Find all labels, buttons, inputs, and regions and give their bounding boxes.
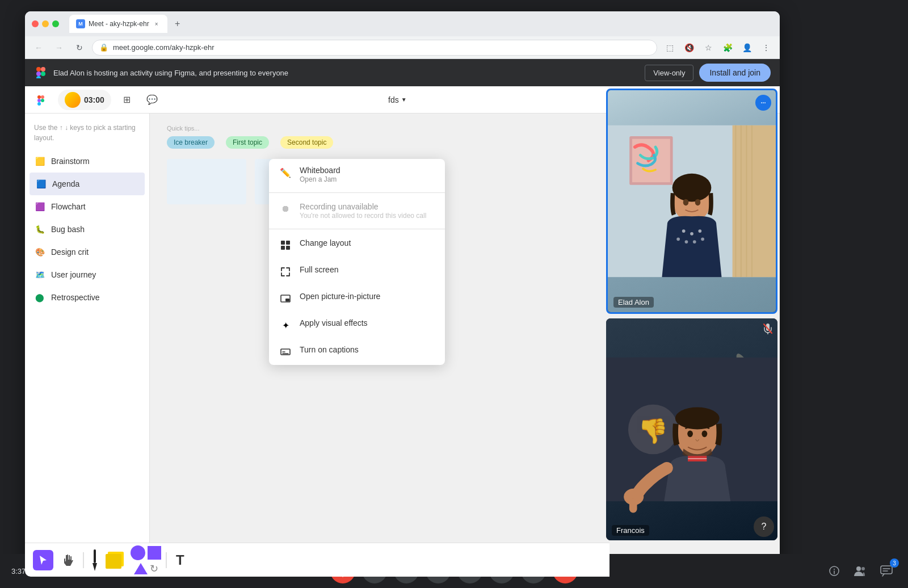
svg-point-39 (701, 237, 704, 241)
notification-bar: Elad Alon is hosting an activity using F… (25, 59, 780, 86)
triangle-shape (134, 563, 148, 574)
chat-button[interactable]: 3 (876, 561, 897, 581)
comments-button[interactable]: 💬 (143, 91, 161, 109)
userjourney-icon: 🗺️ (34, 269, 45, 280)
sidebar-item-bugbash[interactable]: 🐛 Bug bash (25, 218, 149, 241)
sidebar-label: Retrospective (51, 293, 100, 302)
new-tab-button[interactable]: + (170, 16, 186, 32)
pen-tool[interactable] (89, 549, 101, 571)
menu-title: Full screen (300, 265, 338, 274)
figma-bottom-toolbar: ↻ T (25, 543, 609, 577)
circle-shape (131, 545, 145, 560)
chevron-down-icon: ▼ (401, 96, 407, 103)
active-tab[interactable]: M Meet - aky-hzpk-ehr × (69, 15, 167, 33)
svg-rect-5 (37, 95, 41, 99)
sidebar-hint: Use the ↑ ↓ keys to pick a starting layo… (25, 123, 149, 150)
cursor-tool[interactable] (33, 550, 53, 570)
menu-item-change-layout[interactable]: Change layout (269, 232, 445, 258)
card-placeholder (167, 159, 246, 204)
sidebar-item-designcrit[interactable]: 🎨 Design crit (25, 241, 149, 263)
menu-title: Change layout (300, 238, 351, 247)
menu-text-layout: Change layout (300, 238, 351, 247)
bugbash-icon: 🐛 (34, 224, 45, 235)
svg-rect-11 (286, 241, 290, 245)
topic-labels: Ice breaker First topic Second topic (167, 136, 333, 149)
video-panel: ··· Elad Alon 👎 (604, 86, 780, 543)
forward-button[interactable]: → (51, 40, 67, 56)
hand-tool[interactable] (58, 550, 78, 570)
sidebar-item-flowchart[interactable]: 🟪 Flowchart (25, 195, 149, 218)
menu-title: Turn on captions (300, 345, 359, 354)
timer-button[interactable]: 03:00 (58, 90, 111, 110)
menu-icon[interactable]: ⋮ (758, 40, 774, 56)
tab-close-button[interactable]: × (153, 20, 161, 28)
mute-icon[interactable]: 🔇 (681, 40, 697, 56)
svg-rect-51 (688, 460, 707, 461)
fullscreen-button[interactable] (52, 20, 59, 27)
menu-text-effects: Apply visual effects (300, 318, 368, 327)
svg-rect-19 (94, 549, 96, 563)
sidebar-item-agenda[interactable]: 🟦 Agenda (30, 173, 145, 195)
install-join-button[interactable]: Install and join (699, 64, 771, 82)
figma-icon (34, 66, 48, 79)
sidebar-item-retrospective[interactable]: ⬤ Retrospective (25, 286, 149, 309)
svg-marker-20 (93, 563, 97, 571)
bookmark-icon[interactable]: ☆ (700, 40, 716, 56)
sidebar-item-brainstorm[interactable]: 🟨 Brainstorm (25, 150, 149, 173)
layout-button[interactable]: ⊞ (118, 91, 136, 109)
participant-name-francois: Francois (612, 525, 649, 536)
shapes-tool[interactable]: ↻ (131, 545, 161, 575)
address-bar[interactable]: 🔒 meet.google.com/aky-hzpk-ehr (92, 40, 657, 56)
people-button[interactable] (850, 561, 871, 581)
profiles-icon[interactable]: 👤 (739, 40, 755, 56)
svg-rect-2 (36, 72, 41, 76)
figma-logo-button[interactable] (33, 91, 51, 109)
help-button[interactable]: ? (754, 516, 774, 537)
svg-rect-76 (881, 566, 892, 574)
svg-point-75 (861, 567, 865, 570)
svg-point-72 (834, 569, 835, 570)
first-topic-label: First topic (226, 136, 269, 149)
agenda-icon: 🟦 (35, 178, 47, 190)
context-menu: ✏️ Whiteboard Open a Jam ⏺ Recording una… (269, 159, 445, 365)
info-button[interactable] (824, 561, 844, 581)
cast-icon[interactable]: ⬚ (662, 40, 678, 56)
svg-point-46 (675, 408, 720, 430)
reload-button[interactable]: ↻ (72, 40, 87, 56)
file-name-button[interactable]: fds ▼ (384, 93, 411, 107)
svg-rect-24 (733, 125, 776, 277)
sidebar-label: Brainstorm (51, 157, 90, 166)
menu-item-whiteboard[interactable]: ✏️ Whiteboard Open a Jam (269, 159, 445, 190)
call-right-controls: 3 (824, 561, 897, 581)
back-button[interactable]: ← (31, 40, 47, 56)
menu-divider (269, 192, 445, 193)
view-only-button[interactable]: View-only (645, 65, 693, 81)
menu-item-effects[interactable]: ✦ Apply visual effects (269, 312, 445, 338)
close-button[interactable] (32, 20, 39, 27)
menu-item-pip[interactable]: Open picture-in-picture (269, 285, 445, 312)
fullscreen-icon (279, 266, 292, 278)
svg-rect-50 (688, 458, 707, 459)
arrow-shape: ↻ (150, 562, 158, 575)
rect-shape (148, 546, 161, 560)
menu-subtitle: Open a Jam (300, 175, 340, 183)
menu-title: Apply visual effects (300, 318, 368, 327)
menu-item-captions[interactable]: Turn on captions (269, 338, 445, 365)
menu-text-captions: Turn on captions (300, 345, 359, 354)
mute-icon (763, 323, 773, 337)
svg-point-74 (856, 566, 861, 571)
video-feed-francois: 👎 (606, 318, 777, 540)
layout-icon (279, 239, 292, 251)
sticky-note-tool[interactable] (106, 552, 126, 569)
menu-text-pip: Open picture-in-picture (300, 292, 380, 301)
svg-point-30 (672, 174, 712, 202)
svg-point-31 (683, 199, 689, 205)
menu-item-fullscreen[interactable]: Full screen (269, 258, 445, 285)
sidebar-label: Flowchart (51, 202, 86, 211)
svg-point-47 (687, 430, 693, 437)
text-tool[interactable]: T (171, 552, 189, 568)
minimize-button[interactable] (42, 20, 49, 27)
sidebar-item-userjourney[interactable]: 🗺️ User journey (25, 263, 149, 286)
extensions-icon[interactable]: 🧩 (720, 40, 735, 56)
sidebar-label: User journey (51, 270, 96, 279)
